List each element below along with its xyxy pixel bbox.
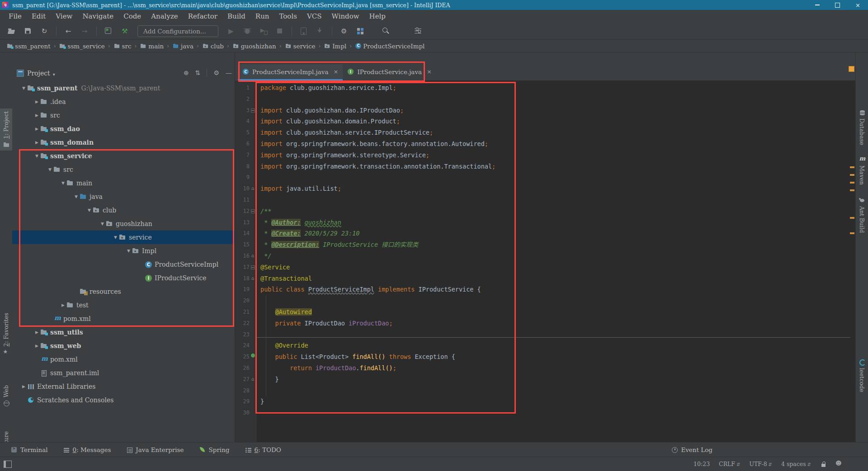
code-line-15[interactable]: 15 * @Description: IProductService 接口的实现…	[235, 239, 856, 250]
chevron-expanded-icon[interactable]: ▼	[99, 217, 106, 231]
tool-window-button-6-todo[interactable]: 6: TODO	[245, 446, 281, 453]
tool-button-favorites[interactable]: 2: Favorites	[0, 313, 12, 356]
toolwindow-toggle-icon[interactable]	[4, 461, 12, 468]
breadcrumb-item-java[interactable]: java	[172, 42, 193, 50]
tree-row-IProductService[interactable]: IProductService	[12, 271, 235, 285]
maximize-button[interactable]	[827, 0, 848, 10]
sync-icon[interactable]: ↻	[39, 26, 50, 37]
chevron-down-icon[interactable]: ▾	[53, 72, 55, 77]
breadcrumb-item-guoshizhan[interactable]: guoshizhan	[232, 42, 276, 50]
tree-row-Scratches and Consoles[interactable]: Scratches and Consoles	[12, 393, 235, 407]
code-line-14[interactable]: 14 * @Create: 2020/5/29 23:10	[235, 228, 856, 239]
breadcrumb-item-Impl[interactable]: Impl	[324, 42, 346, 50]
tree-row-.idea[interactable]: ▶.idea	[12, 95, 235, 108]
forward-icon[interactable]: →	[79, 26, 90, 37]
menu-item-refactor[interactable]: Refactor	[183, 12, 222, 20]
code-line-27[interactable]: 27⌂ }	[235, 374, 856, 385]
fold-start-icon[interactable]: −	[250, 262, 256, 273]
tool-button-web[interactable]: Web	[0, 385, 12, 406]
chevron-expanded-icon[interactable]: ▼	[60, 176, 66, 190]
overrides-method-icon[interactable]	[250, 351, 256, 363]
project-panel-title[interactable]: Project	[27, 70, 50, 77]
tool-window-button-0-messages[interactable]: 0: Messages	[63, 446, 111, 453]
tree-row-club[interactable]: ▼club	[12, 203, 235, 217]
download-sources-icon[interactable]	[315, 26, 326, 37]
stop-icon[interactable]	[274, 26, 285, 37]
breadcrumb-item-src[interactable]: src	[113, 42, 132, 50]
tool-window-button-terminal[interactable]: Terminal	[11, 446, 48, 453]
menu-item-help[interactable]: Help	[364, 12, 391, 20]
breadcrumb-item-ssm_parent[interactable]: ssm_parent	[6, 42, 51, 50]
tree-row-ssm_parent[interactable]: ▼ssm_parentG:\Java-SSM\ssm_parent	[12, 81, 235, 95]
chevron-expanded-icon[interactable]: ▼	[86, 203, 93, 217]
code-line-11[interactable]: 11	[235, 194, 856, 206]
tree-row-main[interactable]: ▼main	[12, 176, 235, 190]
project-structure-icon[interactable]	[355, 26, 366, 37]
fold-end-icon[interactable]: ⌂	[250, 250, 256, 262]
fold-start-icon[interactable]: −	[250, 105, 256, 116]
code-line-5[interactable]: 5import club.guoshizhan.service.IProduct…	[235, 127, 856, 138]
chevron-collapsed-icon[interactable]: ▶	[33, 325, 40, 339]
tree-row-ssm_utils[interactable]: ▶ssm_utils	[12, 325, 235, 339]
tree-row-src[interactable]: ▶src	[12, 108, 235, 122]
code-line-25[interactable]: 25 public List<Product> findAll() throws…	[235, 351, 856, 363]
breadcrumb-item-service[interactable]: service	[285, 42, 316, 50]
run-icon[interactable]: ▶	[226, 26, 236, 37]
settings-gear-icon[interactable]: ⚙	[213, 69, 219, 76]
editor-tab-IProductService.java[interactable]: IProductService.java×	[343, 64, 436, 80]
status-line-separator-select[interactable]: CRLF⇵	[719, 461, 740, 467]
tool-button-maven[interactable]: Maven	[856, 156, 868, 185]
menu-item-run[interactable]: Run	[250, 12, 274, 20]
breadcrumb-item-ssm_service[interactable]: ssm_service	[59, 42, 104, 50]
chevron-collapsed-icon[interactable]: ▶	[60, 298, 66, 312]
menu-item-tools[interactable]: Tools	[274, 12, 302, 20]
back-icon[interactable]: ←	[63, 26, 74, 37]
code-line-12[interactable]: 12−/**	[235, 206, 856, 217]
code-line-3[interactable]: 3−import club.guoshizhan.dao.IProductDao…	[235, 105, 856, 116]
tree-row-src[interactable]: ▼src	[12, 163, 235, 176]
tree-row-ssm_web[interactable]: ▶ssm_web	[12, 339, 235, 353]
code-line-24[interactable]: 24 @Override	[235, 340, 856, 351]
stripe-change-mark[interactable]	[850, 217, 854, 219]
stripe-bookmark-mark[interactable]	[849, 66, 854, 72]
chevron-expanded-icon[interactable]: ▼	[112, 231, 119, 244]
chevron-collapsed-icon[interactable]: ▶	[33, 136, 40, 149]
run-anything-icon[interactable]	[103, 26, 114, 37]
tree-row-pom.xml[interactable]: pom.xml	[12, 353, 235, 366]
fold-end-icon[interactable]: ⌂	[250, 273, 256, 284]
code-line-20[interactable]: 20	[235, 295, 856, 306]
tab-close-icon[interactable]: ×	[333, 68, 338, 75]
chevron-collapsed-icon[interactable]: ▶	[33, 95, 40, 108]
code-line-4[interactable]: 4import club.guoshizhan.domain.Product;	[235, 116, 856, 127]
tree-row-ssm_domain[interactable]: ▶ssm_domain	[12, 136, 235, 149]
tree-row-ProductServiceImpl[interactable]: ProductServiceImpl	[12, 258, 235, 271]
menu-item-code[interactable]: Code	[118, 12, 146, 20]
chevron-collapsed-icon[interactable]: ▶	[20, 380, 27, 393]
menu-item-view[interactable]: View	[51, 12, 77, 20]
build-hammer-icon[interactable]: ⚒	[119, 26, 130, 37]
menu-item-window[interactable]: Window	[326, 12, 364, 20]
tree-row-ssm_service[interactable]: ▼ssm_service	[12, 149, 235, 163]
open-blueprint-icon[interactable]	[298, 26, 309, 37]
chevron-collapsed-icon[interactable]: ▶	[33, 108, 40, 122]
hide-panel-icon[interactable]: —	[226, 69, 232, 76]
tree-row-service[interactable]: ▼service	[12, 231, 235, 244]
tree-row-ssm_dao[interactable]: ▶ssm_dao	[12, 122, 235, 136]
select-opened-file-icon[interactable]: ⊕	[184, 69, 189, 76]
tool-button-ant[interactable]: Ant Build	[856, 197, 868, 233]
view-options-icon[interactable]	[413, 26, 424, 37]
minimize-button[interactable]	[807, 0, 827, 10]
fold-start-icon[interactable]: −	[250, 206, 256, 217]
fold-end-icon[interactable]: ⌂	[250, 374, 256, 385]
settings-wrench-icon[interactable]: ⚙	[339, 26, 349, 37]
breadcrumb-item-club[interactable]: club	[202, 42, 224, 50]
tree-row-resources[interactable]: resources	[12, 285, 235, 298]
chevron-expanded-icon[interactable]: ▼	[73, 190, 80, 203]
tool-window-button-spring[interactable]: Spring	[199, 446, 230, 453]
menu-item-build[interactable]: Build	[222, 12, 250, 20]
debug-icon[interactable]	[242, 26, 253, 37]
code-line-1[interactable]: 1package club.guoshizhan.service.Impl;	[235, 82, 856, 94]
chevron-expanded-icon[interactable]: ▼	[20, 81, 27, 95]
tree-row-External Libraries[interactable]: ▶External Libraries	[12, 380, 235, 393]
editor-tab-ProductServiceImpl.java[interactable]: ProductServiceImpl.java×	[238, 64, 343, 80]
